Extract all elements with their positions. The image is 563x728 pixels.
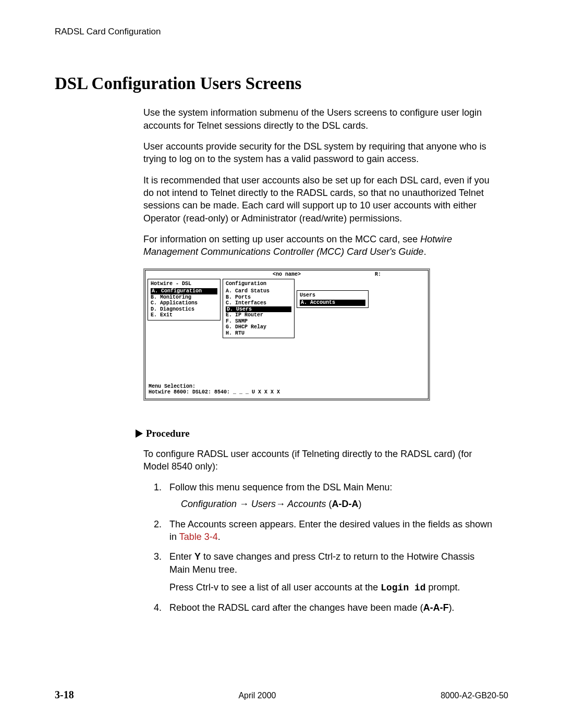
menu-config-e: E. IP Router — [226, 312, 291, 318]
step-4-text-b: ). — [449, 602, 455, 613]
menu-config-b: B. Ports — [226, 294, 291, 301]
step-1-path-b: Users — [249, 499, 276, 509]
step-1-path-a: Configuration — [181, 499, 239, 509]
menu-main-title: Hotwire - DSL — [151, 281, 217, 289]
term-right-label: R: — [375, 272, 381, 278]
menu-main-d: D. Diagnostics — [151, 306, 217, 313]
step-3: 3. Enter Y to save changes and press Ctr… — [154, 550, 495, 594]
menu-config-title: Configuration — [226, 281, 291, 289]
menu-main-c: C. Applications — [151, 300, 217, 306]
paragraph-4: For information on setting up user accou… — [143, 233, 498, 258]
paragraph-2: User accounts provide security for the D… — [143, 140, 498, 166]
menu-config-g: G. DHCP Relay — [226, 324, 291, 330]
procedure-heading: Procedure — [146, 427, 190, 440]
procedure-intro: To configure RADSL user accounts (if Tel… — [143, 448, 498, 473]
step-3-loginid: Login id — [381, 583, 425, 593]
menu-config-c: C. Interfaces — [226, 300, 291, 306]
step-2-table-link[interactable]: Table 3-4 — [179, 532, 218, 542]
menu-users: Users A. Accounts — [297, 290, 369, 308]
step-3-y: Y — [194, 551, 201, 562]
p4-tail: . — [424, 246, 426, 257]
footer-doc-id: 8000-A2-GB20-50 — [440, 690, 508, 701]
step-1-paren-close: ) — [358, 499, 361, 509]
step-3-num: 3. — [154, 550, 164, 594]
menu-config-h: H. RTU — [226, 330, 291, 337]
procedure-triangle-icon — [136, 429, 143, 438]
menu-config: Configuration A. Card Status B. Ports C.… — [223, 279, 295, 339]
menu-main: Hotwire - DSL A. Configuration B. Monito… — [148, 279, 221, 320]
page-title: DSL Configuration Users Screens — [55, 72, 508, 95]
step-3-text-c: Press Ctrl-v to see a list of all user a… — [169, 582, 381, 593]
step-4: 4. Reboot the RADSL card after the chang… — [154, 601, 495, 614]
step-4-text-a: Reboot the RADSL card after the changes … — [169, 602, 423, 613]
step-2-num: 2. — [154, 518, 164, 544]
step-1-code: A-D-A — [332, 499, 358, 509]
step-1-path-c: Accounts — [285, 499, 328, 509]
term-status-2: Hotwire 8600: DSL02: 8540: _ _ _ U X X X… — [149, 389, 425, 396]
footer-date: April 2000 — [238, 690, 276, 701]
running-header: RADSL Card Configuration — [55, 26, 508, 38]
step-2: 2. The Accounts screen appears. Enter th… — [154, 518, 495, 544]
page-number: 3-18 — [55, 688, 74, 702]
menu-config-d: D. Users — [226, 306, 291, 313]
step-1-arrow-1: → — [239, 499, 249, 509]
menu-config-f: F. SNMP — [226, 318, 291, 325]
term-title: <no name> — [273, 272, 301, 278]
step-3-text-b: to save changes and press Ctrl-z to retu… — [169, 551, 474, 574]
step-2-text-b: . — [218, 532, 221, 542]
step-1-num: 1. — [154, 481, 164, 511]
paragraph-3: It is recommended that user accounts als… — [143, 174, 498, 225]
menu-config-a: A. Card Status — [226, 288, 291, 294]
term-status-1: Menu Selection: — [149, 384, 425, 390]
menu-main-e: E. Exit — [151, 312, 217, 318]
step-4-num: 4. — [154, 601, 164, 614]
step-3-text-a: Enter — [169, 551, 194, 562]
menu-main-a: A. Configuration — [151, 288, 217, 294]
step-1: 1. Follow this menu sequence from the DS… — [154, 481, 495, 511]
p4-lead: For information on setting up user accou… — [143, 234, 420, 244]
page-footer: 3-18 April 2000 8000-A2-GB20-50 — [55, 688, 508, 702]
menu-users-a: A. Accounts — [300, 300, 365, 306]
menu-users-title: Users — [300, 292, 365, 300]
menu-main-b: B. Monitoring — [151, 294, 217, 301]
step-1-text: Follow this menu sequence from the DSL M… — [169, 481, 495, 493]
step-4-code: A-A-F — [423, 602, 449, 613]
terminal-screenshot: <no name> R: Hotwire - DSL A. Configurat… — [143, 268, 430, 401]
step-3-text-d: prompt. — [426, 582, 460, 593]
paragraph-1: Use the system information submenu of th… — [143, 106, 498, 132]
step-1-arrow-2: → — [276, 499, 285, 509]
